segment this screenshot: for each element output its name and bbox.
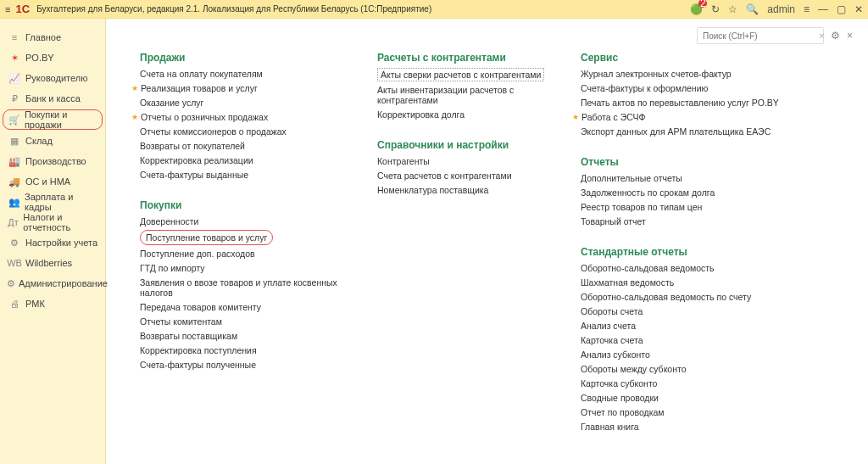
link-item[interactable]: Счета-фактуры полученные (140, 359, 343, 371)
link-label: Поступление товаров и услуг (146, 232, 267, 243)
link-label: Оборотно-сальдовая ведомость (581, 263, 715, 273)
link-item[interactable]: Журнал электронных счетов-фактур (581, 68, 801, 80)
search-icon[interactable]: 🔍 (746, 3, 759, 15)
sidebar-icon: 🚚 (7, 176, 22, 187)
section-title[interactable]: Отчеты (581, 156, 801, 168)
link-item[interactable]: Экспорт данных для АРМ плательщика ЕАЭС (581, 126, 801, 137)
link-item[interactable]: ГТД по импорту (140, 262, 343, 274)
link-item[interactable]: Отчеты комиссионеров о продажах (140, 126, 343, 137)
sidebar-item-7[interactable]: 🚚ОС и НМА (0, 171, 105, 192)
sidebar-item-9[interactable]: ДтНалоги и отчетность (0, 212, 105, 232)
close-window-icon[interactable]: ✕ (854, 3, 863, 15)
sidebar-label: Производство (25, 156, 86, 166)
link-item[interactable]: Реестр товаров по типам цен (581, 201, 801, 213)
link-item[interactable]: Карточка субконто (581, 377, 801, 389)
link-item[interactable]: Счета-фактуры к оформлению (581, 82, 801, 94)
sidebar: ≡Главное✶PO.BY📈Руководителю₽Банк и касса… (0, 19, 106, 464)
section-title[interactable]: Стандартные отчеты (581, 246, 801, 258)
link-label: Журнал электронных счетов-фактур (581, 69, 732, 79)
sidebar-item-5[interactable]: ▦Склад (0, 131, 105, 151)
link-label: Печать актов по перевыставлению услуг PO… (581, 98, 779, 108)
sidebar-item-12[interactable]: ⚙Администрирование (0, 273, 105, 293)
link-label: Сводные проводки (581, 393, 659, 403)
sidebar-item-2[interactable]: 📈Руководителю (0, 68, 105, 88)
link-item[interactable]: Анализ субконто (581, 349, 801, 361)
search-box[interactable]: × (697, 27, 824, 44)
menu-icon[interactable]: ≡ (5, 4, 10, 14)
section-title[interactable]: Сервис (581, 52, 801, 64)
link-label: Шахматная ведомость (581, 277, 674, 288)
link-item[interactable]: Счета-фактуры выданные (140, 169, 343, 181)
sidebar-item-4[interactable]: 🛒Покупки и продажи (3, 109, 103, 130)
link-item[interactable]: Задолженность по срокам долга (581, 187, 801, 198)
link-item[interactable]: Передача товаров комитенту (140, 301, 343, 313)
sidebar-icon: 🏭 (7, 156, 22, 167)
link-item[interactable]: ★Работа с ЭСЧФ (581, 111, 801, 123)
link-item[interactable]: Заявления о ввозе товаров и уплате косве… (140, 277, 343, 299)
link-item[interactable]: Корректировка поступления (140, 344, 343, 356)
link-item[interactable]: Сводные проводки (581, 392, 801, 404)
notification-icon[interactable]: 🟢2 (690, 3, 703, 15)
sidebar-item-0[interactable]: ≡Главное (0, 27, 105, 48)
link-item[interactable]: Счета на оплату покупателям (140, 68, 343, 80)
link-item[interactable]: Анализ счета (581, 320, 801, 332)
link-item[interactable]: Оборотно-сальдовая ведомость (581, 262, 801, 274)
sidebar-label: Главное (25, 32, 61, 42)
link-label: Передача товаров комитенту (140, 302, 261, 312)
link-item[interactable]: Контрагенты (377, 155, 547, 167)
sidebar-item-6[interactable]: 🏭Производство (0, 151, 105, 171)
settings-icon[interactable]: ≡ (804, 3, 810, 15)
link-item[interactable]: Возвраты от покупателей (140, 140, 343, 152)
link-item[interactable]: ★Отчеты о розничных продажах (140, 111, 343, 123)
sidebar-item-8[interactable]: 👥Зарплата и кадры (0, 192, 105, 212)
link-item[interactable]: Оказание услуг (140, 97, 343, 109)
link-item[interactable]: Карточка счета (581, 334, 801, 346)
sidebar-item-13[interactable]: 🖨РМК (0, 293, 105, 314)
minimize-icon[interactable]: — (818, 3, 828, 15)
link-item[interactable]: Обороты счета (581, 305, 801, 317)
link-label: Отчеты о розничных продажах (141, 112, 268, 122)
link-item[interactable]: Номенклатура поставщика (377, 184, 547, 196)
link-item[interactable]: Доверенности (140, 215, 343, 227)
link-item[interactable]: Товарный отчет (581, 215, 801, 227)
close-icon[interactable]: × (847, 30, 853, 42)
sidebar-item-1[interactable]: ✶PO.BY (0, 48, 105, 68)
gear-icon[interactable]: ⚙ (831, 30, 840, 42)
link-item[interactable]: Корректировка долга (377, 109, 547, 120)
section-title[interactable]: Продажи (140, 52, 343, 64)
user-label[interactable]: admin (767, 3, 795, 15)
link-item[interactable]: Оборотно-сальдовая ведомость по счету (581, 291, 801, 303)
link-item[interactable]: Акты инвентаризации расчетов с контраген… (377, 84, 547, 106)
section-title[interactable]: Расчеты с контрагентами (377, 52, 547, 64)
link-item[interactable]: Возвраты поставщикам (140, 330, 343, 342)
sidebar-item-11[interactable]: WBWildberries (0, 253, 105, 273)
link-label: Номенклатура поставщика (377, 185, 488, 195)
link-item[interactable]: Акты сверки расчетов с контрагентами (377, 68, 544, 81)
maximize-icon[interactable]: ▢ (837, 3, 846, 15)
link-item[interactable]: Обороты между субконто (581, 363, 801, 375)
link-label: Реализация товаров и услуг (141, 83, 258, 93)
link-label: Обороты между субконто (581, 364, 687, 374)
link-item[interactable]: Отчет по проводкам (581, 406, 801, 418)
link-item[interactable]: Главная книга (581, 421, 801, 433)
sidebar-label: Банк и касса (25, 93, 81, 103)
link-item[interactable]: Поступление доп. расходов (140, 248, 343, 260)
column-2: Расчеты с контрагентамиАкты сверки расче… (377, 48, 547, 445)
history-icon[interactable]: ↻ (711, 3, 720, 15)
section-title[interactable]: Покупки (140, 199, 343, 211)
section-title[interactable]: Справочники и настройки (377, 139, 547, 151)
link-item[interactable]: ★Реализация товаров и услуг (140, 82, 343, 94)
link-item[interactable]: Печать актов по перевыставлению услуг PO… (581, 97, 801, 109)
link-item[interactable]: Шахматная ведомость (581, 277, 801, 288)
link-item[interactable]: Дополнительные отчеты (581, 172, 801, 184)
search-input[interactable] (698, 30, 815, 42)
link-item[interactable]: Поступление товаров и услуг (140, 230, 273, 245)
search-clear-icon[interactable]: × (815, 31, 827, 41)
link-item[interactable]: Счета расчетов с контрагентами (377, 170, 547, 182)
link-label: Дополнительные отчеты (581, 173, 682, 183)
sidebar-item-3[interactable]: ₽Банк и касса (0, 88, 105, 109)
favorite-icon[interactable]: ☆ (728, 3, 737, 15)
sidebar-item-10[interactable]: ⚙Настройки учета (0, 232, 105, 253)
link-item[interactable]: Отчеты комитентам (140, 316, 343, 327)
link-item[interactable]: Корректировка реализации (140, 154, 343, 166)
